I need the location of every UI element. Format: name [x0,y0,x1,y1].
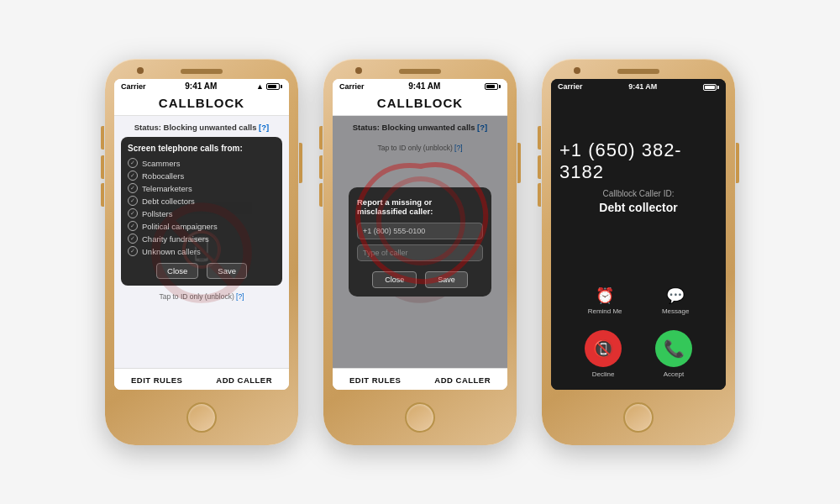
modal-buttons: Close Save [357,271,483,288]
location-icon: ▲ [256,82,264,91]
accept-label: Accept [664,370,684,378]
message-label[interactable]: Message [662,307,689,315]
list-item: ✓Robocallers [128,171,276,181]
phone-2-top-bar [328,59,512,79]
phone-1-status-bar: Carrier 9:41 AM ▲ [114,79,289,92]
check-icon: ✓ [128,208,138,218]
phone-number-input[interactable] [357,223,483,239]
tap-id-help[interactable]: [?] [236,292,244,301]
battery-tip [281,85,282,88]
phone-1-status-line: Status: Blocking unwanted calls [?] [134,123,269,132]
check-icon: ✓ [128,246,138,256]
alarm-icon: ⏰ [596,286,614,305]
panel-title: Screen telephone calls from: [128,144,276,153]
incoming-call-screen: Carrier 9:41 AM +1 (650) 382-3182 Callbl… [551,79,726,390]
remind-me-label[interactable]: Remind Me [588,307,622,315]
home-button-2[interactable] [405,402,435,433]
list-item-label: Charity fundraisers [142,234,209,244]
decline-wrapper: 📵 Decline [585,330,622,378]
phone-1-screen: Carrier 9:41 AM ▲ CALLBLOCK [114,79,289,390]
modal-save-button[interactable]: Save [425,271,468,288]
home-button-1[interactable] [186,402,217,433]
list-item: ✓Political campaigners [128,221,276,231]
status-help[interactable]: [?] [259,123,269,132]
caller-number: +1 (650) 382-3182 [559,139,717,183]
caller-id-info: Callblock Caller ID: Debt collector [599,188,677,217]
phone-1-bottom [186,390,217,445]
modal-overlay: Report a missing or misclassified caller… [333,116,507,368]
phone-1-body: 📵 Status: Blocking unwanted calls [?] Sc… [114,116,289,368]
checklist: ✓Scammers✓Robocallers✓Telemarketers✓Debt… [128,158,276,256]
phone-2-status-bar: Carrier 9:41 AM [333,79,507,92]
phone-1-top-bar [110,59,293,79]
save-button[interactable]: Save [207,263,247,279]
decline-button[interactable]: 📵 [585,330,622,367]
phone-1-app-title: CALLBLOCK [114,92,289,116]
phone-1-speaker [181,69,223,74]
call-screening-panel: Screen telephone calls from: ✓Scammers✓R… [121,137,282,286]
phone-3-top-bar [547,59,730,79]
check-icon: ✓ [128,183,138,193]
battery-tip-2 [499,85,501,88]
edit-rules-button[interactable]: EDIT RULES [131,375,182,385]
phone-3-speaker [617,69,659,74]
phone-2-ios-screen: Carrier 9:41 AM CALLBLOCK [333,79,507,390]
phone-2-carrier: Carrier [339,82,365,91]
battery-fill [268,85,276,88]
close-button[interactable]: Close [156,263,198,279]
phone-2-speaker [399,69,441,74]
caller-type-input[interactable] [357,244,483,261]
report-modal: Report a missing or misclassified caller… [349,187,491,297]
list-item-label: Scammers [142,159,180,168]
phone-3-camera [574,67,580,74]
accept-button[interactable]: 📞 [655,330,692,367]
panel-buttons: Close Save [128,263,276,279]
battery-fill-2 [486,85,495,88]
call-primary-actions: 📵 Decline 📞 Accept [551,325,726,390]
phone-1-ios-screen: Carrier 9:41 AM ▲ CALLBLOCK [114,79,289,390]
check-icon: ✓ [128,234,138,244]
phone-3: Carrier 9:41 AM +1 (650) 382-3182 Callbl… [542,59,735,445]
phone-1-camera [137,67,144,74]
check-icon: ✓ [128,221,138,231]
check-icon: ✓ [128,196,138,206]
list-item-label: Robocallers [142,171,184,181]
modal-close-button[interactable]: Close [372,271,417,288]
tap-id-text: Tap to ID only (unblock) [159,292,234,301]
phone-2-status-icons [485,83,501,90]
check-icon: ✓ [128,171,138,181]
list-item-label: Political campaigners [142,222,218,231]
edit-rules-button-2[interactable]: EDIT RULES [349,375,401,385]
phone-2-screen: Carrier 9:41 AM CALLBLOCK [333,79,507,390]
check-icon: ✓ [128,158,138,168]
list-item: ✓Charity fundraisers [128,234,276,244]
caller-id-type: Debt collector [599,200,677,217]
phone-3-bottom [623,390,654,445]
phone-2-time: 9:41 AM [408,81,440,91]
phone-2-nav: EDIT RULES ADD CALLER [333,368,507,390]
list-item-label: Pollsters [142,209,172,218]
status-label: Status: [134,123,161,132]
add-caller-button-2[interactable]: ADD CALLER [434,375,491,385]
list-item-label: Debt collectors [142,197,195,206]
phone-1-status-icons: ▲ [256,82,282,91]
accept-wrapper: 📞 Accept [655,330,692,378]
battery-icon [266,83,282,90]
phone-1-carrier: Carrier [121,82,146,91]
phone-2-camera [355,67,362,74]
list-item: ✓Unknown callers [128,246,276,256]
battery-body-2 [485,83,498,90]
message-icon: 💬 [666,286,685,305]
message-action: 💬 Message [662,286,689,315]
battery-body [266,83,280,90]
home-button-3[interactable] [623,402,654,433]
call-info: +1 (650) 382-3182 Callblock Caller ID: D… [551,79,726,280]
list-item-label: Unknown callers [142,247,201,256]
phone-2-body: Status: Blocking unwanted calls [?] Repo… [333,116,507,368]
list-item: ✓Debt collectors [128,196,276,206]
add-caller-button[interactable]: ADD CALLER [216,375,272,385]
phone-2: Carrier 9:41 AM CALLBLOCK [323,59,517,445]
phone-2-bottom [405,390,435,445]
list-item: ✓Pollsters [128,208,276,218]
battery-icon-2 [485,83,501,90]
